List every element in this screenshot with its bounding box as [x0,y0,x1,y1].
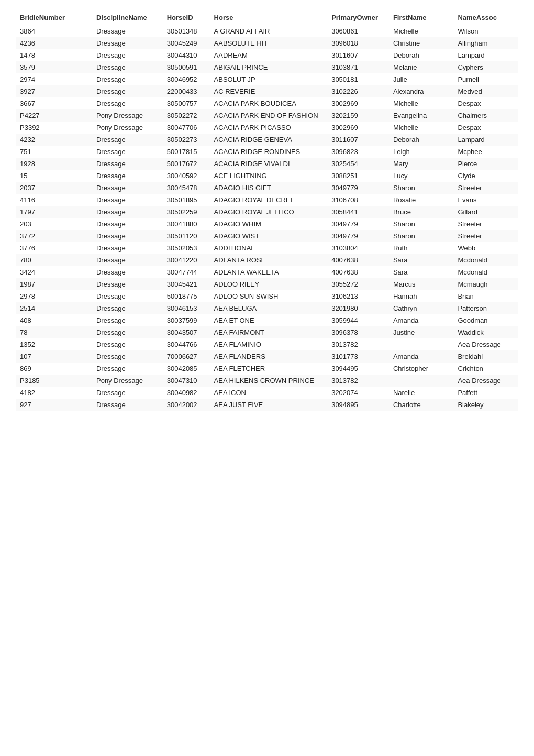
table-cell: 30047744 [163,266,210,278]
table-cell: 3667 [16,97,92,109]
col-header-nameassoc: NameAssoc [453,10,518,25]
table-cell: 3011607 [327,49,389,61]
table-cell: Amanda [389,314,454,326]
table-cell: ACACIA RIDGE RONDINES [210,146,328,158]
table-cell: Dressage [92,182,163,194]
table-cell: Patterson [453,302,518,314]
table-cell: 3424 [16,266,92,278]
table-cell: Dressage [92,387,163,399]
table-cell: 3050181 [327,73,389,85]
table-cell: ACACIA PARK BOUDICEA [210,97,328,109]
table-cell: Mcmaugh [453,278,518,290]
table-cell: Dressage [92,278,163,290]
table-cell: 30502053 [163,242,210,254]
table-row: P3185Pony Dressage30047310AEA HILKENS CR… [16,375,518,387]
table-cell: Justine [389,326,454,338]
col-header-horse: Horse [210,10,328,25]
table-cell: 3103871 [327,61,389,73]
table-row: 927Dressage30042002AEA JUST FIVE3094895C… [16,399,518,411]
table-cell: 3106213 [327,290,389,302]
table-cell: P3185 [16,375,92,387]
table-cell: 4116 [16,194,92,206]
table-cell: Deborah [389,134,454,146]
table-cell: 3013782 [327,375,389,387]
table-row: 2037Dressage30045478ADAGIO HIS GIFT30497… [16,182,518,194]
table-cell: 30045478 [163,182,210,194]
table-cell: Dressage [92,290,163,302]
table-cell: Sharon [389,230,454,242]
table-cell: 30502272 [163,109,210,122]
table-cell: ADDITIONAL [210,242,328,254]
table-cell: 3096378 [327,326,389,338]
table-cell: 30042085 [163,363,210,375]
table-cell: 3772 [16,230,92,242]
table-cell: 3579 [16,61,92,73]
table-cell: 4007638 [327,266,389,278]
table-row: 3667Dressage30500757ACACIA PARK BOUDICEA… [16,97,518,109]
table-cell: 1352 [16,338,92,350]
table-cell: Dressage [92,363,163,375]
table-cell: Pierce [453,158,518,170]
table-cell: ADAGIO ROYAL DECREE [210,194,328,206]
table-row: 1352Dressage30044766AEA FLAMINIO3013782A… [16,338,518,350]
table-cell: ADLOO RILEY [210,278,328,290]
table-cell: Streeter [453,218,518,230]
table-cell: Crichton [453,363,518,375]
table-cell: Despax [453,97,518,109]
table-cell: ADLOO SUN SWISH [210,290,328,302]
table-cell: 30043507 [163,326,210,338]
table-row: 1797Dressage30502259ADAGIO ROYAL JELLICO… [16,206,518,218]
table-cell: Dressage [92,37,163,49]
table-cell: Chalmers [453,109,518,122]
table-cell: Sara [389,266,454,278]
table-cell: 30047310 [163,375,210,387]
table-cell: Christine [389,37,454,49]
table-row: 1478Dressage30044310AADREAM3011607Debora… [16,49,518,61]
table-cell: 3060861 [327,25,389,38]
table-row: 1987Dressage30045421ADLOO RILEY3055272Ma… [16,278,518,290]
table-cell: Dressage [92,242,163,254]
table-cell: Dressage [92,326,163,338]
table-cell: 30501120 [163,230,210,242]
table-cell: 30045249 [163,37,210,49]
table-cell: Dressage [92,49,163,61]
table-cell: Dressage [92,338,163,350]
table-cell: Sharon [389,218,454,230]
table-cell: 3096823 [327,146,389,158]
table-cell: Dressage [92,206,163,218]
table-cell: Lampard [453,49,518,61]
table-cell: 50018775 [163,290,210,302]
table-cell: 30041220 [163,254,210,266]
table-cell: 3059944 [327,314,389,326]
table-cell: Ruth [389,242,454,254]
table-cell: 30045421 [163,278,210,290]
table-cell: AEA JUST FIVE [210,399,328,411]
table-row: 107Dressage70006627AEA FLANDERS3101773Am… [16,350,518,363]
table-cell: 3025454 [327,158,389,170]
table-cell: 30047706 [163,122,210,134]
table-cell: Lampard [453,134,518,146]
table-cell: Bruce [389,206,454,218]
table-cell: 3049779 [327,230,389,242]
table-cell: 3201980 [327,302,389,314]
table-cell: 2514 [16,302,92,314]
table-row: 2514Dressage30046153AEA BELUGA3201980Cat… [16,302,518,314]
table-cell: AABSOLUTE HIT [210,37,328,49]
table-cell: Medved [453,85,518,97]
table-cell: 4232 [16,134,92,146]
table-cell: 30501895 [163,194,210,206]
table-cell: Dressage [92,97,163,109]
table-cell: ABIGAIL PRINCE [210,61,328,73]
table-cell: Pony Dressage [92,375,163,387]
table-cell: Goodman [453,314,518,326]
table-cell: 1478 [16,49,92,61]
table-cell [389,338,454,350]
table-cell: ADAGIO WIST [210,230,328,242]
table-cell: 3102226 [327,85,389,97]
table-cell: Marcus [389,278,454,290]
table-cell: 3103804 [327,242,389,254]
table-row: 2974Dressage30046952ABSOLUT JP3050181Jul… [16,73,518,85]
table-cell: 3927 [16,85,92,97]
table-cell: 30041880 [163,218,210,230]
table-cell: 30044766 [163,338,210,350]
